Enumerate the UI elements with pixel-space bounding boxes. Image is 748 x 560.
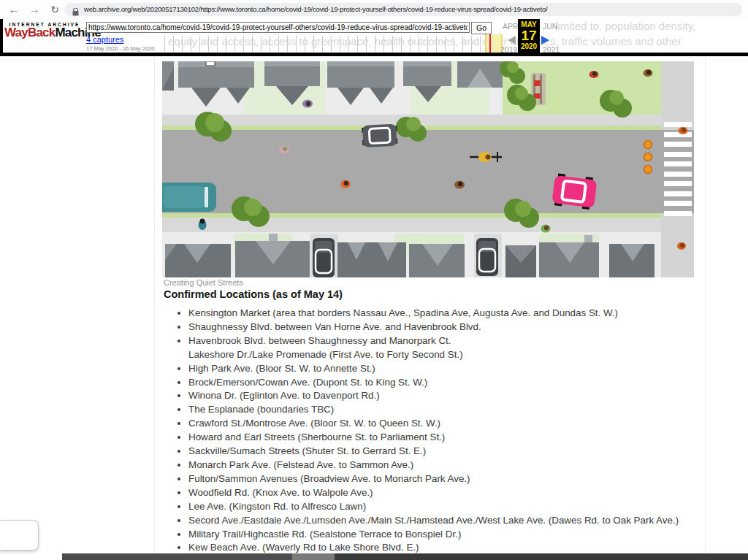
current-year: 2020	[518, 42, 540, 50]
capture-cursor	[489, 34, 491, 53]
background-page-text-line1: limited to, population density,	[555, 20, 695, 32]
location-item: Kensington Market (area that borders Nas…	[188, 307, 729, 321]
pedestrian	[279, 146, 289, 154]
location-item: Shaughnessy Blvd. between Van Horne Ave.…	[188, 321, 729, 334]
address-url: web.archive.org/web/20200517130102/https…	[84, 3, 547, 16]
location-item: Winona Dr. (Eglinton Ave. to Davenport R…	[188, 389, 729, 403]
sidewalk	[162, 115, 694, 126]
location-item: Crawford St./Montrose Ave. (Bloor St. W.…	[188, 417, 729, 431]
pedestrian	[541, 225, 551, 233]
prev-capture-arrow-icon[interactable]	[508, 36, 516, 45]
captures-link[interactable]: 4 captures	[86, 35, 123, 44]
pedestrian	[644, 69, 653, 77]
house	[457, 61, 503, 88]
wayback-toolbar: limited to, population density, equity a…	[0, 19, 748, 56]
pedestrian	[677, 242, 686, 250]
prev-month-label[interactable]: APR	[503, 22, 519, 31]
quiet-streets-illustration	[162, 61, 694, 277]
location-item: Sackville/Sumach Streets (Shuter St. to …	[188, 445, 729, 459]
lock-icon	[72, 6, 79, 19]
location-item: The Esplanade (boundaries TBC)	[188, 403, 729, 417]
pedestrian	[302, 100, 313, 108]
pedestrian	[679, 127, 688, 134]
pedestrian	[341, 180, 351, 188]
content-left-border	[154, 56, 155, 553]
grass-verge	[162, 126, 694, 130]
forward-icon[interactable]: →	[26, 1, 42, 18]
location-item: Brock/Emerson/Cowan Ave. (Dupont St. to …	[188, 376, 729, 390]
car-pink	[552, 173, 598, 210]
wayback-logo[interactable]: INTERNET ARCHIVE WayBackMachine	[4, 22, 85, 39]
location-item: Fulton/Sammon Avenues (Broadview Ave. to…	[188, 472, 729, 486]
current-day: 17	[518, 28, 540, 42]
screen: ← → ↻ web.archive.org/web/20200517130102…	[0, 0, 748, 560]
house	[337, 242, 406, 277]
house	[165, 244, 231, 277]
locations-list: Kensington Market (area that borders Nas…	[164, 307, 729, 555]
location-item: Woodfield Rd. (Knox Ave. to Walpole Ave.…	[188, 486, 729, 500]
bottom-bar-segment	[292, 553, 335, 560]
pedestrian	[454, 181, 465, 189]
location-item: Secord Ave./Eastdale Ave./Lumsden Ave./M…	[188, 514, 729, 528]
location-item: Havenbrook Blvd. between Shaughnessy and…	[188, 334, 729, 362]
reload-icon[interactable]: ↻	[47, 1, 63, 18]
car-parked	[476, 238, 498, 276]
capture-timeline[interactable]	[164, 36, 483, 52]
location-item: Lee Ave. (Kingston Rd. to Alfresco Lawn)	[188, 500, 729, 514]
back-icon[interactable]: ←	[6, 1, 22, 18]
logo-wayback: WayBack	[4, 26, 55, 39]
car-parked	[313, 238, 335, 277]
house	[409, 244, 465, 277]
browser-toolbar: ← → ↻ web.archive.org/web/20200517130102…	[0, 0, 748, 20]
house	[609, 244, 654, 277]
traffic-barrels	[644, 141, 652, 174]
location-item: Military Trail/Highcastle Rd. (Sealstone…	[188, 528, 729, 542]
status-bubble	[0, 520, 39, 551]
next-month-label[interactable]: JUN	[543, 22, 557, 31]
page-heading: Confirmed Locations (as of May 14)	[164, 288, 343, 300]
car-gray	[362, 124, 398, 147]
location-item: Howard and Earl Streets (Sherbourne St. …	[188, 431, 729, 445]
car-teal	[162, 183, 216, 212]
bottom-bar-segment	[62, 553, 292, 560]
next-year-label[interactable]: 2021	[543, 45, 560, 54]
illustration-caption: Creating Quiet Streets	[164, 278, 243, 287]
current-capture-date[interactable]: MAY 17 2020	[518, 19, 540, 56]
go-button[interactable]: Go	[471, 22, 492, 34]
wayback-url-input[interactable]	[86, 22, 470, 33]
prev-year-label[interactable]: 2019	[500, 45, 517, 54]
address-bar[interactable]: web.archive.org/web/20200517130102/https…	[64, 3, 742, 16]
captures-date-range: 17 May 2020 - 26 May 2020	[86, 45, 154, 52]
pedestrian	[589, 71, 599, 78]
location-item: High Park Ave. (Bloor St. W. to Annette …	[188, 362, 729, 376]
location-item: Monarch Park Ave. (Felstead Ave. to Samm…	[188, 459, 729, 472]
next-capture-arrow-icon[interactable]	[541, 36, 549, 45]
house	[505, 245, 536, 277]
